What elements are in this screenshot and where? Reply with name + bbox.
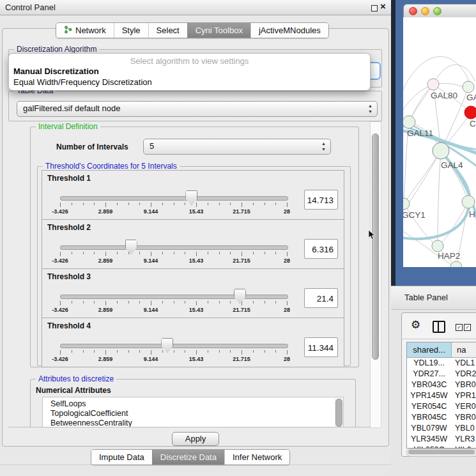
slider-thumb[interactable]	[125, 240, 137, 254]
thresholds-coordinates-group: Threshold's Coordinates for 5 Intervals …	[37, 166, 351, 366]
cell-name[interactable]: YLR3	[451, 434, 476, 445]
slider-track[interactable]	[60, 196, 288, 201]
cell-shared-name[interactable]: YDR27...	[407, 369, 451, 380]
tick	[105, 203, 106, 207]
tick	[128, 203, 129, 205]
panel-divider[interactable]	[391, 0, 395, 286]
network-node-h[interactable]	[462, 196, 475, 208]
cell-shared-name[interactable]: YBR045C	[407, 412, 451, 423]
table-data-combobox[interactable]: galFiltered.sif default node ▲▼	[17, 101, 378, 117]
tab-label: Cyni Toolbox	[196, 26, 243, 35]
tick	[275, 252, 276, 254]
dropdown-option-manual-discretization[interactable]: Manual Discretization	[11, 66, 102, 76]
list-item-topologicalcoefficient[interactable]: TopologicalCoefficient	[43, 409, 343, 418]
panel-vertical-scrollbar[interactable]	[370, 121, 381, 428]
network-node-ga[interactable]	[463, 81, 474, 93]
tab-infer-network[interactable]: Infer Network	[224, 450, 289, 464]
network-node[interactable]	[450, 261, 462, 267]
cell-shared-name[interactable]: YBL079W	[407, 423, 451, 434]
number-of-intervals-combobox[interactable]: 5 ▲▼	[143, 139, 331, 155]
tick	[265, 203, 265, 205]
tab-jactivemnodules[interactable]: jActiveMNodules	[250, 23, 328, 38]
table-hscrollbar-thumb[interactable]	[408, 450, 475, 454]
checkbox-icon[interactable]: ✓	[456, 324, 463, 331]
cell-name[interactable]: YBR0	[451, 380, 476, 390]
footer-strip	[0, 464, 391, 476]
cell-shared-name[interactable]: YDL19...	[407, 358, 451, 369]
list-item-betweennesscentrality[interactable]: BetweennessCentrality	[43, 418, 343, 427]
node-label-c: C	[470, 119, 476, 128]
close-window-button[interactable]	[409, 7, 417, 15]
network-node-hap2[interactable]	[432, 240, 443, 252]
table-row[interactable]: YPR145WYPR1	[407, 390, 476, 401]
column-header-name[interactable]: na	[452, 342, 476, 357]
tick	[242, 252, 242, 256]
cell-shared-name[interactable]: YPR145W	[407, 390, 451, 401]
close-icon[interactable]: ×	[380, 1, 386, 12]
split-column-icon[interactable]	[433, 321, 445, 333]
column-header-shared-name[interactable]: shared...	[407, 342, 452, 357]
table-row[interactable]: YER054CYER0	[407, 401, 476, 412]
tick	[60, 350, 61, 355]
tab-network[interactable]: Network	[56, 23, 114, 38]
table-header-row: shared... na	[407, 342, 476, 358]
cell-name[interactable]: YBL0	[451, 423, 476, 434]
network-node-c[interactable]	[464, 106, 476, 119]
table-row[interactable]: YBL079WYBL0	[407, 423, 476, 434]
tab-discretize-data[interactable]: Discretize Data	[152, 450, 224, 464]
cell-shared-name[interactable]: YLR345W	[407, 434, 451, 445]
node-attribute-table[interactable]: shared... na YDL19...YDL1YDR27...YDR2YBR…	[406, 342, 476, 449]
numerical-attributes-list[interactable]: SelfLoopsTopologicalCoefficientBetweenne…	[42, 397, 344, 427]
table-row[interactable]: YDR27...YDR2	[407, 369, 476, 380]
minimize-window-button[interactable]	[421, 7, 429, 15]
cell-name[interactable]: YDL1	[451, 358, 476, 369]
checkbox-icon[interactable]: ✓	[464, 324, 471, 331]
threshold-value-field[interactable]: 11.344	[304, 337, 338, 357]
slider-track[interactable]	[60, 295, 288, 299]
network-node-gal4[interactable]	[433, 142, 449, 159]
table-horizontal-scrollbar[interactable]	[406, 449, 476, 457]
threshold-panel-4: Threshold 4-3.4262.8599.14415.4321.71528…	[42, 318, 344, 367]
tab-impute-data[interactable]: Impute Data	[91, 450, 152, 464]
slider-thumb[interactable]	[161, 338, 173, 353]
table-row[interactable]: YDL19...YDL1	[407, 358, 476, 369]
attributes-scrollbar-thumb[interactable]	[335, 399, 342, 427]
cell-shared-name[interactable]: YER054C	[407, 401, 451, 412]
dropdown-option-equal-width-frequency-discretization[interactable]: Equal Width/Frequency Discretization	[11, 77, 155, 87]
cell-name[interactable]: YDR2	[451, 369, 476, 380]
cell-name[interactable]: YPR1	[451, 390, 476, 401]
threshold-value-field[interactable]: 21.4	[304, 288, 338, 308]
attributes-list-scrollbar[interactable]	[335, 398, 342, 427]
cell-name[interactable]: YBR0	[451, 412, 476, 423]
table-row[interactable]: YBR043CYBR0	[407, 380, 476, 390]
tab-style[interactable]: Style	[114, 23, 148, 38]
gear-icon[interactable]: ⚙	[411, 318, 420, 332]
network-node-gal80[interactable]	[427, 79, 439, 90]
network-canvas[interactable]: GAL80GACGAL11GAL4GCY1HHAP2	[403, 17, 476, 267]
algorithm-dropdown-popup: Select algorithm to view settings Manual…	[8, 53, 371, 91]
slider-thumb[interactable]	[234, 289, 246, 303]
cell-shared-name[interactable]: YBR043C	[407, 380, 451, 390]
apply-button[interactable]: Apply	[172, 432, 219, 446]
cell-name[interactable]: YER0	[451, 401, 476, 412]
tick	[265, 252, 265, 254]
network-node-gcy1[interactable]	[403, 198, 410, 210]
threshold-value-field[interactable]: 6.316	[304, 239, 338, 259]
tick	[287, 350, 288, 355]
network-node-gal11[interactable]	[403, 116, 415, 128]
slider-track[interactable]	[60, 344, 288, 348]
table-row[interactable]: YBR045CYBR0	[407, 412, 476, 423]
tick	[174, 252, 174, 254]
panel-scrollbar-thumb[interactable]	[372, 134, 379, 360]
tick-label: 15.43	[182, 208, 210, 215]
threshold-value-field[interactable]: 14.713	[304, 190, 338, 210]
slider-track[interactable]	[60, 245, 288, 250]
float-window-icon[interactable]	[371, 5, 378, 12]
zoom-window-button[interactable]	[433, 7, 441, 15]
group-title-attributes: Attributes to discretize	[36, 374, 116, 383]
tab-select[interactable]: Select	[148, 23, 187, 38]
tab-cyni-toolbox[interactable]: Cyni Toolbox	[187, 23, 250, 38]
list-item-selfloops[interactable]: SelfLoops	[43, 399, 343, 409]
tick	[139, 203, 140, 205]
table-row[interactable]: YLR345WYLR3	[407, 434, 476, 445]
